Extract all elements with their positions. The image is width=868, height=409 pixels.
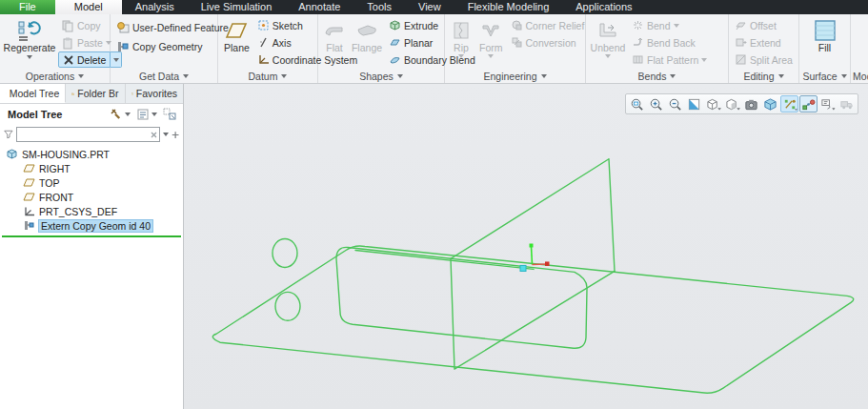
ribbon-group-datum: Plane Sketch Axis Coordinate System — [218, 14, 318, 83]
bend-back-button[interactable]: Bend Back — [629, 34, 710, 51]
corner-relief-button[interactable]: Corner Relief — [508, 17, 588, 33]
form-dropdown-arrow[interactable] — [488, 54, 494, 58]
get-data-group-label[interactable]: Get Data — [111, 70, 217, 83]
tree-filters-dropdown-arrow[interactable] — [151, 112, 157, 116]
bend-icon — [632, 19, 644, 31]
tab-model[interactable]: Model — [55, 0, 122, 14]
datum-display-button[interactable] — [780, 95, 798, 112]
tab-annotate[interactable]: Annotate — [285, 0, 353, 14]
offset-icon — [735, 19, 747, 31]
flange-label: Flange — [352, 43, 382, 53]
tree-item-right-plane[interactable]: RIGHT — [0, 161, 183, 175]
tree-item-extern-copy-geom[interactable]: Extern Copy Geom id 40 — [0, 218, 183, 233]
csys-icon — [23, 206, 35, 217]
tab-applications[interactable]: Applications — [562, 0, 645, 14]
zoom-out-button[interactable] — [666, 95, 684, 112]
flat-pattern-label: Flat Pattern — [647, 54, 698, 66]
tree-filter-input[interactable] — [17, 130, 149, 140]
regenerate-button[interactable]: Regenerate — [3, 16, 56, 61]
model-wireframe — [184, 84, 868, 409]
fill-button[interactable]: Fill — [806, 16, 844, 55]
regenerate-dropdown-arrow[interactable] — [27, 55, 32, 59]
annotation-display-button[interactable] — [818, 95, 837, 112]
bends-group-label[interactable]: Bends — [586, 70, 728, 83]
tab-file[interactable]: File — [0, 0, 55, 14]
unbend-button[interactable]: Unbend — [589, 16, 627, 60]
filter-add-icon[interactable] — [172, 130, 179, 140]
extend-button[interactable]: Extend — [732, 34, 796, 51]
planar-label: Planar — [404, 37, 433, 49]
copy-geometry-button[interactable]: Copy Geometry — [113, 38, 206, 54]
bend-dropdown-arrow[interactable] — [674, 24, 679, 28]
spin-center-button[interactable] — [799, 95, 818, 112]
saved-views-icon — [744, 97, 758, 112]
fill-icon — [813, 18, 838, 43]
model-intent-group-label[interactable]: Model Intent — [851, 70, 868, 83]
drag-mode-button[interactable] — [838, 95, 856, 112]
surface-group-label[interactable]: Surface — [799, 70, 850, 83]
tab-model-tree[interactable]: Model Tree — [0, 84, 66, 103]
tree-tools-dropdown-arrow[interactable] — [125, 112, 131, 116]
form-button[interactable]: Form — [476, 16, 506, 60]
tab-folder-browser[interactable]: Folder Br — [66, 84, 125, 103]
tree-columns-button[interactable] — [161, 107, 179, 122]
annotation-display-icon — [820, 97, 836, 112]
view-manager-button[interactable] — [761, 95, 779, 112]
form-label: Form — [479, 43, 503, 53]
tree-filters-button[interactable] — [134, 107, 159, 122]
saved-views-button[interactable] — [742, 95, 760, 112]
offset-button[interactable]: Offset — [732, 17, 796, 33]
flat-pattern-button[interactable]: Flat Pattern — [629, 51, 710, 68]
ribbon: Regenerate Copy Paste — [0, 14, 868, 84]
tree-item-label: FRONT — [39, 192, 73, 203]
refit-button[interactable] — [628, 95, 646, 112]
filter-dropdown-arrow[interactable] — [163, 133, 169, 136]
tree-item-part[interactable]: SM-HOUSING.PRT — [0, 147, 183, 161]
repaint-button[interactable] — [685, 95, 703, 112]
extrude-label: Extrude — [404, 20, 438, 31]
zoom-in-button[interactable] — [647, 95, 665, 112]
split-area-button[interactable]: Split Area — [732, 51, 796, 68]
corner-relief-label: Corner Relief — [526, 20, 585, 31]
tab-analysis[interactable]: Analysis — [122, 0, 188, 14]
datum-group-label[interactable]: Datum — [218, 70, 317, 83]
rip-button[interactable]: Rip — [448, 16, 474, 60]
filter-clear-icon[interactable] — [149, 130, 159, 140]
favorites-icon — [131, 89, 133, 99]
tree-item-csys[interactable]: PRT_CSYS_DEF — [0, 204, 183, 218]
user-defined-feature-button[interactable]: User-Defined Feature — [113, 19, 232, 35]
plane-button[interactable]: Plane — [221, 16, 252, 55]
spin-center-icon — [801, 97, 816, 112]
paste-icon — [61, 36, 74, 50]
tab-flexible-modeling[interactable]: Flexible Modeling — [454, 0, 563, 14]
tree-tools-button[interactable] — [108, 107, 132, 122]
tab-live-simulation[interactable]: Live Simulation — [188, 0, 286, 14]
tab-favorites[interactable]: Favorites — [126, 84, 183, 103]
tree-item-top-plane[interactable]: TOP — [0, 175, 183, 190]
filter-funnel-icon — [4, 129, 13, 140]
conversion-button[interactable]: Conversion — [508, 34, 588, 51]
flat-button[interactable]: Flat — [321, 16, 348, 55]
rip-dropdown-arrow[interactable] — [458, 54, 464, 58]
fill-label: Fill — [818, 43, 831, 53]
display-style-button[interactable] — [704, 95, 722, 112]
family-table-button[interactable]: Family Table — [860, 16, 868, 66]
section-cube-button[interactable] — [723, 95, 741, 112]
operations-group-label[interactable]: Operations — [0, 70, 110, 83]
tab-tools[interactable]: Tools — [353, 0, 405, 14]
flange-button[interactable]: Flange — [350, 16, 384, 55]
engineering-group-label[interactable]: Engineering — [445, 70, 585, 83]
editing-group-label[interactable]: Editing — [729, 70, 798, 83]
bend-button[interactable]: Bend — [629, 17, 710, 33]
flat-pattern-dropdown-arrow[interactable] — [701, 58, 707, 62]
insert-here-indicator[interactable] — [2, 235, 181, 237]
shapes-group-label[interactable]: Shapes — [318, 70, 444, 83]
tab-view[interactable]: View — [405, 0, 454, 14]
graphics-viewport[interactable] — [184, 84, 868, 409]
datum-display-icon — [782, 97, 797, 112]
copy-icon — [61, 19, 74, 32]
unbend-dropdown-arrow[interactable] — [605, 54, 611, 58]
offset-label: Offset — [750, 20, 777, 31]
tree-item-front-plane[interactable]: FRONT — [0, 190, 183, 204]
sketch-label: Sketch — [273, 20, 303, 31]
